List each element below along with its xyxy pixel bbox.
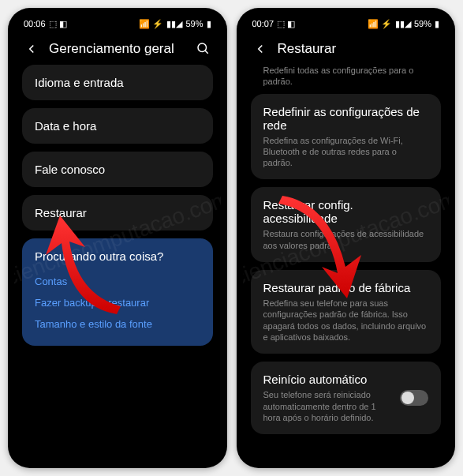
- svg-point-0: [198, 43, 207, 52]
- signal-icon: ▮▮◢: [166, 19, 182, 29]
- item-label: Restaurar config. acessibilidade: [263, 198, 429, 225]
- item-label: Idioma e entrada: [35, 76, 200, 89]
- item-restaurar-acess[interactable]: Restaurar config. acessibilidade Restaur…: [251, 187, 442, 262]
- item-restaurar[interactable]: Restaurar: [22, 195, 213, 231]
- status-time: 00:07: [252, 19, 274, 28]
- search-icon[interactable]: [196, 41, 211, 57]
- item-data-hora[interactable]: Data e hora: [22, 108, 213, 144]
- item-label: Restaurar: [35, 206, 200, 219]
- content-area: Redefini todas as configurações para o p…: [243, 65, 450, 442]
- status-icons: ⬚ ◧: [49, 19, 67, 29]
- svg-line-1: [205, 51, 208, 54]
- battery-icon: ▮: [435, 19, 439, 29]
- status-bar: 00:07 ⬚ ◧ 📶 ⚡ ▮▮◢ 59% ▮: [243, 14, 450, 33]
- toggle-knob: [401, 392, 414, 404]
- link-backup[interactable]: Fazer backup e restaurar: [35, 292, 200, 313]
- item-label: Redefinir as configurações de rede: [263, 105, 429, 132]
- item-label: Restaurar padrão de fábrica: [263, 281, 429, 294]
- item-reinicio-auto[interactable]: Reinício automático Seu telefone será re…: [251, 362, 442, 434]
- item-desc: Restaura configurações de acessibilidade…: [263, 228, 429, 251]
- item-desc: Redefina seu telefone para suas configur…: [263, 298, 429, 343]
- toggle-switch[interactable]: [400, 390, 428, 406]
- status-right: 📶 ⚡ ▮▮◢ 59% ▮: [368, 19, 439, 29]
- suggestions-title: Procurando outra coisa?: [35, 249, 200, 263]
- battery-text: 59%: [185, 19, 203, 28]
- back-icon[interactable]: [24, 41, 39, 57]
- battery-text: 59%: [414, 19, 431, 28]
- header: Gerenciamento geral: [14, 33, 221, 65]
- toggle-title: Reinício automático: [263, 373, 393, 386]
- toggle-text: Reinício automático Seu telefone será re…: [263, 373, 393, 423]
- phone-frame-left: 00:06 ⬚ ◧ 📶 ⚡ ▮▮◢ 59% ▮ Gerenciamento ge…: [8, 8, 227, 468]
- status-time: 00:06: [24, 19, 46, 28]
- top-description: Redefini todas as configurações para o p…: [251, 65, 442, 94]
- wifi-icon: 📶 ⚡: [368, 19, 392, 29]
- item-desc: Redefina as configurações de Wi-Fi, Blue…: [263, 135, 429, 169]
- item-fale-conosco[interactable]: Fale conosco: [22, 152, 213, 187]
- header: Restaurar: [243, 33, 450, 65]
- battery-icon: ▮: [207, 19, 211, 29]
- page-title: Restaurar: [278, 41, 440, 57]
- item-redefinir-rede[interactable]: Redefinir as configurações de rede Redef…: [251, 94, 442, 180]
- phone-frame-right: 00:07 ⬚ ◧ 📶 ⚡ ▮▮◢ 59% ▮ Restaurar Redefi…: [237, 8, 456, 468]
- signal-icon: ▮▮◢: [395, 19, 411, 29]
- page-title: Gerenciamento geral: [49, 41, 196, 57]
- screen-right: 00:07 ⬚ ◧ 📶 ⚡ ▮▮◢ 59% ▮ Restaurar Redefi…: [243, 14, 450, 462]
- item-label: Data e hora: [35, 119, 200, 133]
- status-bar: 00:06 ⬚ ◧ 📶 ⚡ ▮▮◢ 59% ▮: [14, 14, 221, 33]
- status-left: 00:07 ⬚ ◧: [252, 19, 296, 29]
- status-right: 📶 ⚡ ▮▮◢ 59% ▮: [139, 19, 211, 29]
- item-label: Fale conosco: [35, 163, 200, 176]
- link-contas[interactable]: Contas: [35, 271, 200, 292]
- item-idioma[interactable]: Idioma e entrada: [22, 65, 213, 100]
- wifi-icon: 📶 ⚡: [139, 19, 163, 29]
- status-left: 00:06 ⬚ ◧: [24, 19, 67, 29]
- item-padrao-fabrica[interactable]: Restaurar padrão de fábrica Redefina seu…: [251, 270, 442, 354]
- link-fonte[interactable]: Tamanho e estilo da fonte: [35, 313, 200, 335]
- screen-left: 00:06 ⬚ ◧ 📶 ⚡ ▮▮◢ 59% ▮ Gerenciamento ge…: [14, 14, 221, 462]
- suggestions-panel: Procurando outra coisa? Contas Fazer bac…: [22, 238, 213, 346]
- content-area: Idioma e entrada Data e hora Fale conosc…: [14, 65, 221, 346]
- status-icons: ⬚ ◧: [277, 19, 295, 29]
- back-icon[interactable]: [252, 41, 268, 57]
- toggle-desc: Seu telefone será reiniciado automaticam…: [263, 389, 393, 423]
